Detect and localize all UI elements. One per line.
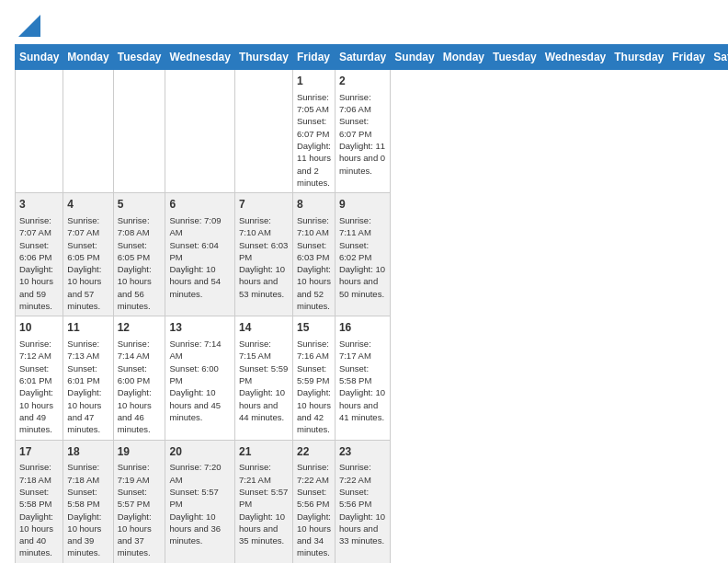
day-info: Sunset: 5:58 PM [339,362,386,387]
calendar-cell [113,70,165,193]
day-info: Sunset: 6:01 PM [67,362,108,387]
day-info: Sunrise: 7:14 AM [169,338,230,362]
day-info: Daylight: 10 hours and 54 minutes. [169,263,230,300]
day-info: Sunset: 6:03 PM [297,239,331,264]
calendar-cell [16,70,63,193]
calendar-cell: 15Sunrise: 7:16 AMSunset: 5:59 PMDayligh… [292,316,335,440]
day-info: Daylight: 10 hours and 37 minutes. [118,511,162,559]
day-info: Daylight: 10 hours and 46 minutes. [118,386,162,435]
day-info: Sunset: 5:56 PM [339,486,386,511]
day-info: Sunrise: 7:15 AM [239,338,289,362]
day-number: 14 [239,320,289,336]
day-number: 17 [19,444,59,460]
calendar-cell [234,70,292,193]
header-wednesday: Wednesday [165,45,234,70]
day-info: Sunset: 5:59 PM [239,362,289,387]
day-info: Sunset: 5:58 PM [19,486,59,511]
calendar-cell [63,70,113,193]
calendar-cell: 10Sunrise: 7:12 AMSunset: 6:01 PMDayligh… [16,316,63,440]
calendar-cell: 2Sunrise: 7:06 AMSunset: 6:07 PMDaylight… [335,70,390,193]
calendar-cell: 3Sunrise: 7:07 AMSunset: 6:06 PMDaylight… [16,193,63,316]
day-info: Sunrise: 7:07 AM [19,214,59,239]
day-info: Daylight: 10 hours and 59 minutes. [19,263,59,312]
day-info: Sunrise: 7:17 AM [339,338,386,362]
day-info: Daylight: 10 hours and 53 minutes. [239,263,289,300]
calendar-cell: 8Sunrise: 7:10 AMSunset: 6:03 PMDaylight… [292,193,335,316]
calendar-header-row: SundayMondayTuesdayWednesdayThursdayFrid… [16,45,729,70]
calendar-cell: 23Sunrise: 7:22 AMSunset: 5:56 PMDayligh… [335,440,390,563]
day-info: Daylight: 10 hours and 50 minutes. [339,263,386,300]
day-info: Daylight: 10 hours and 36 minutes. [169,511,230,547]
calendar-cell: 22Sunrise: 7:22 AMSunset: 5:56 PMDayligh… [292,440,335,563]
day-info: Sunrise: 7:16 AM [297,338,331,362]
day-info: Sunset: 6:07 PM [297,115,331,140]
day-number: 6 [169,197,230,213]
day-info: Sunset: 6:00 PM [169,362,230,387]
day-info: Sunset: 6:05 PM [118,239,162,264]
day-info: Daylight: 10 hours and 45 minutes. [169,386,230,423]
logo [15,15,40,37]
day-number: 7 [239,197,289,213]
day-number: 1 [297,74,331,89]
day-info: Daylight: 10 hours and 42 minutes. [297,386,331,435]
day-info: Sunset: 5:57 PM [239,486,289,511]
day-info: Sunrise: 7:19 AM [118,461,162,486]
day-info: Sunrise: 7:08 AM [118,214,162,239]
day-number: 19 [118,444,162,460]
calendar-cell: 11Sunrise: 7:13 AMSunset: 6:01 PMDayligh… [63,316,113,440]
day-number: 15 [297,320,331,336]
header-tuesday: Tuesday [113,45,165,70]
day-info: Sunrise: 7:18 AM [19,461,59,486]
day-info: Sunrise: 7:21 AM [239,461,289,486]
day-info: Sunrise: 7:11 AM [339,214,386,239]
day-number: 2 [339,74,386,89]
header-saturday: Saturday [335,45,390,70]
header-friday: Friday [292,45,335,70]
day-info: Daylight: 10 hours and 47 minutes. [67,386,108,435]
day-info: Sunset: 6:06 PM [19,239,59,264]
header-sunday: Sunday [391,45,438,70]
day-info: Sunrise: 7:12 AM [19,338,59,362]
day-number: 10 [19,320,59,336]
calendar-cell: 21Sunrise: 7:21 AMSunset: 5:57 PMDayligh… [234,440,292,563]
svg-marker-0 [18,15,40,37]
day-info: Sunrise: 7:13 AM [67,338,108,362]
day-info: Daylight: 10 hours and 44 minutes. [239,386,289,423]
day-info: Sunset: 5:56 PM [297,486,331,511]
day-number: 3 [19,197,59,213]
day-info: Sunrise: 7:14 AM [118,338,162,362]
day-info: Sunset: 6:05 PM [67,239,108,264]
calendar-cell: 1Sunrise: 7:05 AMSunset: 6:07 PMDaylight… [292,70,335,193]
day-number: 9 [339,197,386,213]
header-thursday: Thursday [234,45,292,70]
day-info: Sunset: 6:01 PM [19,362,59,387]
day-info: Daylight: 11 hours and 2 minutes. [297,140,331,189]
day-number: 21 [239,444,289,460]
day-info: Sunset: 6:02 PM [339,239,386,264]
day-info: Sunset: 6:07 PM [339,115,386,140]
calendar-cell: 18Sunrise: 7:18 AMSunset: 5:58 PMDayligh… [63,440,113,563]
day-info: Daylight: 10 hours and 39 minutes. [67,511,108,559]
header-monday: Monday [438,45,488,70]
header-sunday: Sunday [16,45,63,70]
calendar-week-3: 10Sunrise: 7:12 AMSunset: 6:01 PMDayligh… [16,316,729,440]
day-info: Sunrise: 7:06 AM [339,91,386,116]
day-info: Sunset: 6:00 PM [118,362,162,387]
calendar-cell: 6Sunrise: 7:09 AMSunset: 6:04 PMDaylight… [165,193,234,316]
day-info: Sunrise: 7:20 AM [169,461,230,486]
day-info: Sunrise: 7:09 AM [169,214,230,239]
day-number: 5 [118,197,162,213]
calendar-cell [165,70,234,193]
day-info: Sunrise: 7:10 AM [297,214,331,239]
day-number: 16 [339,320,386,336]
calendar-cell: 9Sunrise: 7:11 AMSunset: 6:02 PMDaylight… [335,193,390,316]
day-info: Daylight: 10 hours and 40 minutes. [19,511,59,559]
day-info: Sunrise: 7:07 AM [67,214,108,239]
day-number: 20 [169,444,230,460]
day-info: Sunset: 5:59 PM [297,362,331,387]
logo-icon [18,15,40,37]
header-thursday: Thursday [610,45,668,70]
day-number: 8 [297,197,331,213]
day-info: Daylight: 10 hours and 41 minutes. [339,386,386,423]
day-number: 12 [118,320,162,336]
